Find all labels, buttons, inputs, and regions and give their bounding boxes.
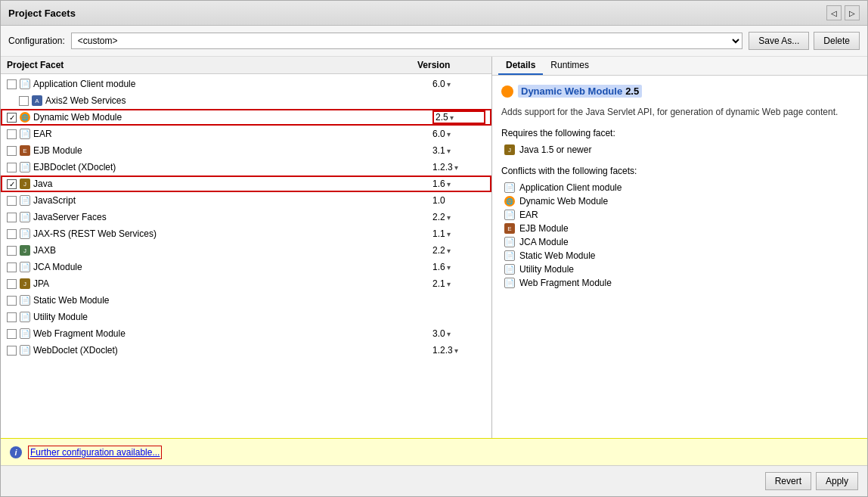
- save-as-button[interactable]: Save As...: [749, 32, 809, 50]
- version-wrap-jaxrs: 1.1 ▾: [432, 228, 485, 239]
- conflicts-label: Conflicts with the following facets:: [501, 166, 858, 176]
- version-dropdown-jsf[interactable]: ▾: [447, 213, 451, 222]
- facet-checkbox-jaxb[interactable]: [7, 246, 17, 256]
- title-bar: Project Facets ◁ ▷: [1, 1, 867, 26]
- facet-icon-dynamic-web: 🌐: [20, 112, 30, 123]
- version-wrap-webdoclet: 1.2.3 ▾: [432, 345, 485, 356]
- version-text-ear: 6.0: [432, 129, 445, 139]
- facet-item-axis2[interactable]: AAxis2 Web Services: [1, 92, 491, 109]
- config-label: Configuration:: [8, 36, 65, 46]
- facet-item-ear[interactable]: 📄EAR6.0 ▾: [1, 126, 491, 142]
- version-dropdown-ejb[interactable]: ▾: [447, 147, 451, 155]
- detail-title: Dynamic Web Module2.5: [501, 85, 858, 98]
- further-config-link[interactable]: Further configuration available...: [28, 446, 162, 459]
- facet-checkbox-web-fragment[interactable]: [7, 329, 17, 339]
- facet-item-dynamic-web[interactable]: 🌐Dynamic Web Module2.5 ▾: [1, 109, 491, 126]
- conflict-icon: 📄: [504, 278, 515, 288]
- main-content: Project Facet Version 📄Application Clien…: [1, 57, 867, 438]
- version-dropdown-app-client[interactable]: ▾: [447, 80, 451, 89]
- facet-name-utility: Utility Module: [33, 312, 485, 322]
- version-wrap-ejbdoclet: 1.2.3 ▾: [432, 162, 485, 172]
- version-dropdown-ejbdoclet[interactable]: ▾: [454, 163, 458, 172]
- conflict-icon: 📄: [504, 250, 515, 261]
- version-dropdown-web-fragment[interactable]: ▾: [447, 330, 451, 338]
- conflict-item: 📄EAR: [501, 208, 858, 222]
- facet-checkbox-dynamic-web[interactable]: [7, 113, 17, 123]
- conflict-item: EEJB Module: [501, 222, 858, 235]
- facet-checkbox-webdoclet[interactable]: [7, 346, 17, 356]
- facet-checkbox-axis2[interactable]: [19, 96, 29, 106]
- facet-item-javascript[interactable]: 📄JavaScript1.0: [1, 192, 491, 209]
- version-dropdown-java[interactable]: ▾: [447, 180, 451, 188]
- facet-checkbox-static-web[interactable]: [7, 296, 17, 306]
- version-dropdown-jpa[interactable]: ▾: [447, 280, 451, 288]
- facet-checkbox-ejb[interactable]: [7, 146, 17, 156]
- col-version-header: Version: [417, 60, 485, 70]
- facet-item-jca[interactable]: 📄JCA Module1.6 ▾: [1, 259, 491, 275]
- right-panel: Details Runtimes Dynamic Web Module2.5 A…: [492, 57, 867, 438]
- forward-button[interactable]: ▷: [845, 5, 860, 20]
- facet-item-ejb[interactable]: EEJB Module3.1 ▾: [1, 142, 491, 159]
- facet-checkbox-ejbdoclet[interactable]: [7, 163, 17, 172]
- facet-checkbox-ear[interactable]: [7, 129, 17, 139]
- facet-item-jaxrs[interactable]: 📄JAX-RS (REST Web Services)1.1 ▾: [1, 225, 491, 242]
- facet-name-web-fragment: Web Fragment Module: [33, 328, 429, 339]
- version-wrap-dynamic-web: 2.5 ▾: [432, 110, 485, 124]
- facet-item-java[interactable]: JJava1.6 ▾: [1, 176, 491, 192]
- facet-item-web-fragment[interactable]: 📄Web Fragment Module3.0 ▾: [1, 325, 491, 342]
- facet-checkbox-jca[interactable]: [7, 262, 17, 272]
- facet-item-jaxb[interactable]: JJAXB2.2 ▾: [1, 242, 491, 259]
- tab-runtimes[interactable]: Runtimes: [543, 57, 597, 75]
- facet-name-java: Java: [33, 179, 429, 189]
- facet-item-ejbdoclet[interactable]: 📄EJBDoclet (XDoclet)1.2.3 ▾: [1, 159, 491, 176]
- conflict-item: 📄Utility Module: [501, 262, 858, 276]
- facet-item-utility[interactable]: 📄Utility Module: [1, 309, 491, 325]
- delete-button[interactable]: Delete: [814, 32, 860, 50]
- version-text-dynamic-web: 2.5: [436, 112, 448, 123]
- facet-checkbox-jaxrs[interactable]: [7, 229, 17, 239]
- facet-checkbox-javascript[interactable]: [7, 196, 17, 206]
- version-text-app-client: 6.0: [432, 79, 445, 89]
- version-dropdown-jca[interactable]: ▾: [447, 263, 451, 272]
- facet-name-javascript: JavaScript: [33, 195, 429, 206]
- version-wrap-web-fragment: 3.0 ▾: [432, 328, 485, 339]
- version-wrap-jaxb: 2.2 ▾: [432, 245, 485, 256]
- version-wrap-jca: 1.6 ▾: [432, 262, 485, 272]
- version-dropdown-ear[interactable]: ▾: [447, 130, 451, 138]
- facet-checkbox-app-client[interactable]: [7, 79, 17, 89]
- conflict-text: Web Fragment Module: [519, 278, 612, 288]
- detail-description: Adds support for the Java Servlet API, f…: [501, 105, 858, 119]
- version-wrap-jpa: 2.1 ▾: [432, 278, 485, 289]
- version-text-jaxb: 2.2: [432, 245, 445, 256]
- config-actions: Save As... Delete: [749, 32, 860, 50]
- facet-item-jpa[interactable]: JJPA2.1 ▾: [1, 275, 491, 292]
- facet-item-static-web[interactable]: 📄Static Web Module: [1, 292, 491, 309]
- facet-checkbox-java[interactable]: [7, 179, 17, 189]
- version-dropdown-dynamic-web[interactable]: ▾: [450, 113, 454, 122]
- version-dropdown-jaxb[interactable]: ▾: [447, 247, 451, 255]
- conflict-text: Application Client module: [519, 182, 622, 193]
- revert-button[interactable]: Revert: [765, 472, 811, 490]
- facet-list: 📄Application Client module6.0 ▾AAxis2 We…: [1, 74, 491, 438]
- version-text-jsf: 2.2: [432, 212, 445, 222]
- version-dropdown-jaxrs[interactable]: ▾: [447, 230, 451, 238]
- bottom-buttons: Revert Apply: [1, 465, 867, 496]
- tabs-row: Details Runtimes: [492, 57, 867, 76]
- facet-item-app-client[interactable]: 📄Application Client module6.0 ▾: [1, 76, 491, 92]
- facet-checkbox-utility[interactable]: [7, 312, 17, 322]
- info-bar: i Further configuration available...: [1, 438, 867, 465]
- facet-icon-jaxb: J: [20, 245, 30, 256]
- conflict-text: Dynamic Web Module: [519, 196, 608, 207]
- facet-checkbox-jsf[interactable]: [7, 213, 17, 222]
- detail-module-name: Dynamic Web Module2.5: [518, 85, 642, 98]
- version-text-javascript: 1.0: [432, 195, 445, 206]
- conflict-item: 📄Web Fragment Module: [501, 276, 858, 290]
- version-dropdown-webdoclet[interactable]: ▾: [454, 346, 458, 355]
- facet-item-webdoclet[interactable]: 📄WebDoclet (XDoclet)1.2.3 ▾: [1, 342, 491, 359]
- back-button[interactable]: ◁: [826, 5, 842, 20]
- tab-details[interactable]: Details: [498, 57, 543, 75]
- config-select[interactable]: <custom>: [71, 33, 743, 49]
- facet-item-jsf[interactable]: 📄JavaServer Faces2.2 ▾: [1, 209, 491, 225]
- facet-checkbox-jpa[interactable]: [7, 279, 17, 289]
- apply-button[interactable]: Apply: [816, 472, 858, 490]
